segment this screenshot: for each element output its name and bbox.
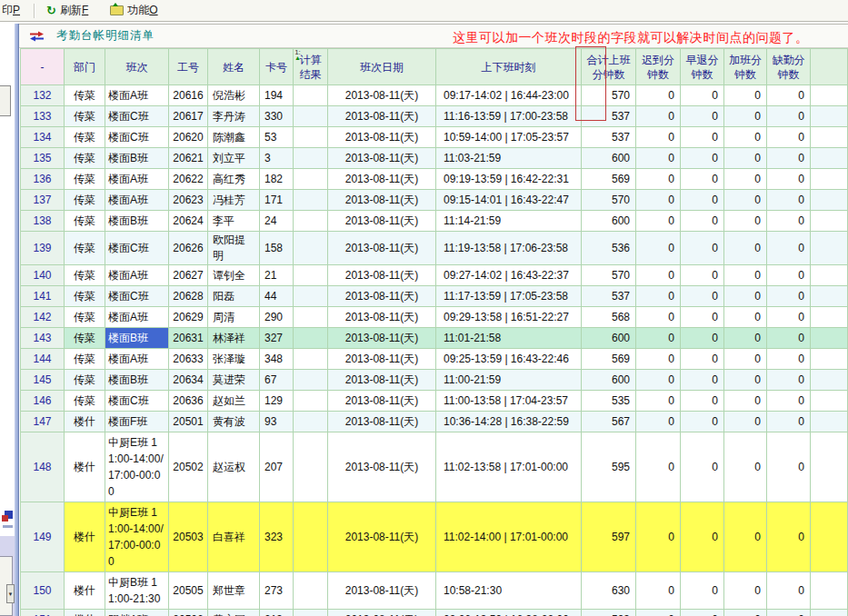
cell-late[interactable]: 0	[636, 127, 681, 148]
cell-emp_id[interactable]: 20621	[169, 148, 208, 169]
header-card-number[interactable]: 卡号	[260, 49, 294, 85]
cell-early[interactable]: 0	[681, 412, 724, 432]
cell-shift[interactable]: 楼面C班	[105, 232, 169, 265]
cell-times[interactable]: 11:17-13:59 | 17:05-23:58	[436, 286, 582, 307]
cell-total[interactable]: 567	[582, 412, 636, 432]
cell-result[interactable]	[294, 232, 328, 265]
cell-early[interactable]: 0	[681, 211, 724, 232]
cell-card[interactable]: 3	[260, 148, 294, 169]
cell-dept[interactable]: 传菜	[65, 127, 105, 148]
cell-times[interactable]: 10:59-14:00 | 17:05-23:57	[436, 127, 582, 148]
cell-dept[interactable]: 楼什	[65, 432, 105, 502]
cell-emp_id[interactable]: 20628	[169, 286, 208, 307]
cell-dept[interactable]: 传菜	[65, 232, 105, 265]
cell-shift[interactable]: 楼面A班	[105, 85, 169, 106]
cell-result[interactable]	[294, 127, 328, 148]
cell-result[interactable]	[294, 412, 328, 432]
cell-no[interactable]: 141	[21, 286, 65, 307]
cell-shift[interactable]: 楼面C班	[105, 391, 169, 412]
cell-result[interactable]	[294, 307, 328, 328]
cell-shift[interactable]: 楼面B班	[105, 211, 169, 232]
cell-absent[interactable]: 0	[767, 502, 811, 572]
cell-total[interactable]: 537	[582, 286, 636, 307]
cell-emp_id[interactable]: 20629	[169, 307, 208, 328]
cell-early[interactable]: 0	[681, 127, 724, 148]
cell-times[interactable]: 09:17-14:02 | 16:44-23:00	[436, 85, 582, 106]
cell-absent[interactable]: 0	[767, 190, 811, 211]
cell-emp_id[interactable]: 20631	[169, 328, 208, 349]
cell-name[interactable]: 莫进荣	[208, 370, 260, 391]
cell-date[interactable]: 2013-08-11(天)	[328, 502, 436, 572]
cell-card[interactable]: 93	[260, 412, 294, 432]
cell-early[interactable]: 0	[681, 106, 724, 127]
header-absence-minutes[interactable]: 缺勤分钟数	[767, 49, 811, 85]
cell-dept[interactable]: 传菜	[65, 85, 105, 106]
cell-no[interactable]: 135	[21, 148, 65, 169]
header-early-leave-minutes[interactable]: 早退分钟数	[681, 49, 724, 85]
cell-dept[interactable]: 传菜	[65, 148, 105, 169]
cell-early[interactable]: 0	[681, 265, 724, 286]
cell-date[interactable]: 2013-08-11(天)	[328, 169, 436, 190]
cell-card[interactable]: 213	[260, 610, 294, 616]
cell-times[interactable]: 09:06-13:59 | 16:38-22:00	[436, 610, 582, 616]
cell-late[interactable]: 0	[636, 106, 681, 127]
cell-name[interactable]: 陈潮鑫	[208, 127, 260, 148]
cell-early[interactable]: 0	[681, 169, 724, 190]
cell-card[interactable]: 330	[260, 106, 294, 127]
cell-early[interactable]: 0	[681, 572, 724, 610]
cell-dept[interactable]: 传菜	[65, 211, 105, 232]
cell-early[interactable]: 0	[681, 502, 724, 572]
cell-name[interactable]: 赵运权	[208, 432, 260, 502]
cell-dept[interactable]: 传菜	[65, 190, 105, 211]
cell-date[interactable]: 2013-08-11(天)	[328, 412, 436, 432]
cell-late[interactable]: 0	[636, 148, 681, 169]
header-clock-times[interactable]: 上下班时刻	[436, 49, 582, 85]
cell-early[interactable]: 0	[681, 349, 724, 370]
cell-early[interactable]: 0	[681, 370, 724, 391]
cell-dept[interactable]: 传菜	[65, 106, 105, 127]
cell-ot[interactable]: 0	[724, 127, 767, 148]
cell-late[interactable]: 0	[636, 502, 681, 572]
cell-date[interactable]: 2013-08-11(天)	[328, 432, 436, 502]
cell-total[interactable]: 535	[582, 391, 636, 412]
cell-emp_id[interactable]: 20616	[169, 85, 208, 106]
cell-ot[interactable]: 0	[724, 148, 767, 169]
cell-ot[interactable]: 0	[724, 85, 767, 106]
cell-absent[interactable]: 0	[767, 307, 811, 328]
cell-emp_id[interactable]: 20617	[169, 106, 208, 127]
cell-shift[interactable]: 楼面B班	[105, 148, 169, 169]
cell-card[interactable]: 67	[260, 370, 294, 391]
cell-card[interactable]: 24	[260, 211, 294, 232]
cell-late[interactable]: 0	[636, 190, 681, 211]
cell-early[interactable]: 0	[681, 610, 724, 616]
cell-late[interactable]: 0	[636, 349, 681, 370]
cell-shift[interactable]: 明档A班	[105, 610, 169, 616]
cell-absent[interactable]: 0	[767, 148, 811, 169]
cell-shift[interactable]: 中厨E班 11:00-14:00/17:00-00:00	[105, 432, 169, 502]
cell-shift[interactable]: 楼面A班	[105, 265, 169, 286]
cell-shift[interactable]: 楼面C班	[105, 286, 169, 307]
cell-times[interactable]: 11:01-21:58	[436, 328, 582, 349]
cell-early[interactable]: 0	[681, 328, 724, 349]
cell-ot[interactable]: 0	[724, 232, 767, 265]
cell-dept[interactable]: 传菜	[65, 391, 105, 412]
cell-late[interactable]: 0	[636, 85, 681, 106]
cell-result[interactable]	[294, 349, 328, 370]
cell-dept[interactable]: 传菜	[65, 286, 105, 307]
cell-total[interactable]: 630	[582, 572, 636, 610]
cell-no[interactable]: 149	[21, 502, 65, 572]
cell-ot[interactable]: 0	[724, 106, 767, 127]
cell-card[interactable]: 171	[260, 190, 294, 211]
cell-times[interactable]: 09:25-13:59 | 16:43-22:46	[436, 349, 582, 370]
cell-emp_id[interactable]: 20633	[169, 349, 208, 370]
cell-total[interactable]: 570	[582, 265, 636, 286]
cell-times[interactable]: 11:16-13:59 | 17:00-23:58	[436, 106, 582, 127]
cell-absent[interactable]: 0	[767, 85, 811, 106]
cell-total[interactable]: 593	[582, 610, 636, 616]
cell-name[interactable]: 欧阳提明	[208, 232, 260, 265]
cell-times[interactable]: 09:29-13:58 | 16:51-22:27	[436, 307, 582, 328]
cell-dept[interactable]: 楼什	[65, 412, 105, 432]
cell-ot[interactable]: 0	[724, 211, 767, 232]
cell-times[interactable]: 11:02-14:00 | 17:01-00:00	[436, 502, 582, 572]
cell-result[interactable]	[294, 432, 328, 502]
